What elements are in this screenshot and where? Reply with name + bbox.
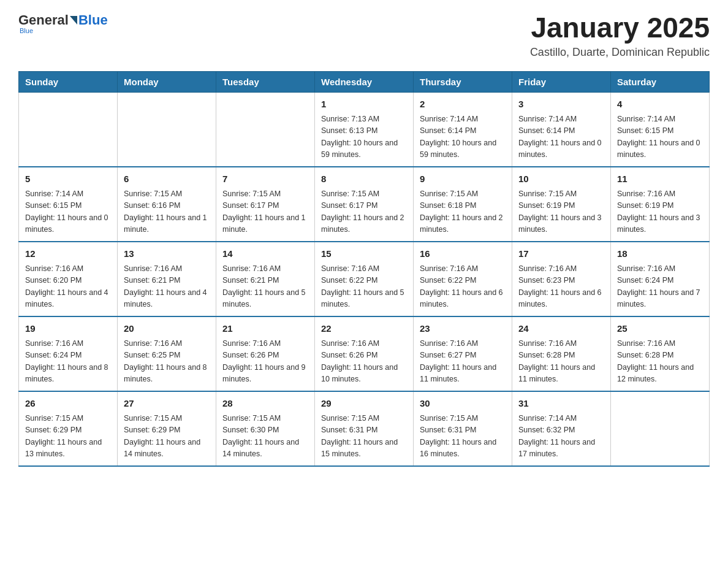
- day-info: Sunrise: 7:15 AM Sunset: 6:17 PM Dayligh…: [222, 188, 308, 236]
- day-number: 16: [420, 247, 506, 261]
- table-row: 5Sunrise: 7:14 AM Sunset: 6:15 PM Daylig…: [19, 167, 118, 242]
- table-row: [19, 92, 118, 167]
- table-row: 19Sunrise: 7:16 AM Sunset: 6:24 PM Dayli…: [19, 316, 118, 391]
- day-number: 25: [617, 322, 703, 336]
- table-row: 8Sunrise: 7:15 AM Sunset: 6:17 PM Daylig…: [315, 167, 414, 242]
- day-info: Sunrise: 7:16 AM Sunset: 6:23 PM Dayligh…: [518, 263, 604, 311]
- day-info: Sunrise: 7:16 AM Sunset: 6:26 PM Dayligh…: [321, 338, 407, 386]
- day-info: Sunrise: 7:15 AM Sunset: 6:19 PM Dayligh…: [518, 188, 604, 236]
- day-number: 27: [124, 397, 210, 411]
- day-number: 9: [420, 172, 506, 186]
- day-info: Sunrise: 7:16 AM Sunset: 6:21 PM Dayligh…: [124, 263, 210, 311]
- table-row: 14Sunrise: 7:16 AM Sunset: 6:21 PM Dayli…: [216, 242, 315, 316]
- table-row: 3Sunrise: 7:14 AM Sunset: 6:14 PM Daylig…: [512, 92, 611, 167]
- table-row: 11Sunrise: 7:16 AM Sunset: 6:19 PM Dayli…: [611, 167, 710, 242]
- logo-arrow-icon: [70, 16, 77, 25]
- col-sunday: Sunday: [19, 71, 118, 92]
- day-number: 3: [518, 98, 604, 112]
- day-info: Sunrise: 7:14 AM Sunset: 6:14 PM Dayligh…: [420, 113, 506, 161]
- table-row: [216, 92, 315, 167]
- day-number: 6: [124, 172, 210, 186]
- day-number: 29: [321, 397, 407, 411]
- day-info: Sunrise: 7:14 AM Sunset: 6:15 PM Dayligh…: [617, 113, 703, 161]
- main-title: January 2025: [530, 12, 710, 44]
- day-info: Sunrise: 7:16 AM Sunset: 6:26 PM Dayligh…: [222, 338, 308, 386]
- table-row: 17Sunrise: 7:16 AM Sunset: 6:23 PM Dayli…: [512, 242, 611, 316]
- day-number: 10: [518, 172, 604, 186]
- table-row: 28Sunrise: 7:15 AM Sunset: 6:30 PM Dayli…: [216, 391, 315, 466]
- subtitle: Castillo, Duarte, Dominican Republic: [530, 46, 710, 59]
- day-number: 1: [321, 98, 407, 112]
- day-info: Sunrise: 7:14 AM Sunset: 6:14 PM Dayligh…: [518, 113, 604, 161]
- table-row: 23Sunrise: 7:16 AM Sunset: 6:27 PM Dayli…: [414, 316, 512, 391]
- table-row: 30Sunrise: 7:15 AM Sunset: 6:31 PM Dayli…: [414, 391, 512, 466]
- logo-general: General: [18, 12, 69, 28]
- day-info: Sunrise: 7:16 AM Sunset: 6:24 PM Dayligh…: [617, 263, 703, 311]
- day-info: Sunrise: 7:14 AM Sunset: 6:15 PM Dayligh…: [25, 188, 111, 236]
- day-number: 17: [518, 247, 604, 261]
- day-number: 28: [222, 397, 308, 411]
- day-info: Sunrise: 7:16 AM Sunset: 6:22 PM Dayligh…: [321, 263, 407, 311]
- table-row: 13Sunrise: 7:16 AM Sunset: 6:21 PM Dayli…: [118, 242, 216, 316]
- calendar-week-row: 19Sunrise: 7:16 AM Sunset: 6:24 PM Dayli…: [19, 316, 710, 391]
- day-info: Sunrise: 7:16 AM Sunset: 6:28 PM Dayligh…: [617, 338, 703, 386]
- calendar-week-row: 26Sunrise: 7:15 AM Sunset: 6:29 PM Dayli…: [19, 391, 710, 466]
- day-info: Sunrise: 7:16 AM Sunset: 6:21 PM Dayligh…: [222, 263, 308, 311]
- day-number: 23: [420, 322, 506, 336]
- table-row: 16Sunrise: 7:16 AM Sunset: 6:22 PM Dayli…: [414, 242, 512, 316]
- logo-text: General Blue: [18, 12, 108, 28]
- day-number: 2: [420, 98, 506, 112]
- col-thursday: Thursday: [414, 71, 512, 92]
- title-block: January 2025 Castillo, Duarte, Dominican…: [530, 12, 710, 59]
- day-number: 18: [617, 247, 703, 261]
- day-info: Sunrise: 7:16 AM Sunset: 6:25 PM Dayligh…: [124, 338, 210, 386]
- day-info: Sunrise: 7:15 AM Sunset: 6:16 PM Dayligh…: [124, 188, 210, 236]
- table-row: 31Sunrise: 7:14 AM Sunset: 6:32 PM Dayli…: [512, 391, 611, 466]
- day-info: Sunrise: 7:13 AM Sunset: 6:13 PM Dayligh…: [321, 113, 407, 161]
- day-info: Sunrise: 7:16 AM Sunset: 6:22 PM Dayligh…: [420, 263, 506, 311]
- day-info: Sunrise: 7:15 AM Sunset: 6:29 PM Dayligh…: [124, 413, 210, 461]
- day-number: 7: [222, 172, 308, 186]
- table-row: 2Sunrise: 7:14 AM Sunset: 6:14 PM Daylig…: [414, 92, 512, 167]
- day-info: Sunrise: 7:16 AM Sunset: 6:28 PM Dayligh…: [518, 338, 604, 386]
- table-row: 9Sunrise: 7:15 AM Sunset: 6:18 PM Daylig…: [414, 167, 512, 242]
- day-number: 11: [617, 172, 703, 186]
- day-info: Sunrise: 7:15 AM Sunset: 6:31 PM Dayligh…: [420, 413, 506, 461]
- table-row: 6Sunrise: 7:15 AM Sunset: 6:16 PM Daylig…: [118, 167, 216, 242]
- day-info: Sunrise: 7:14 AM Sunset: 6:32 PM Dayligh…: [518, 413, 604, 461]
- calendar-week-row: 1Sunrise: 7:13 AM Sunset: 6:13 PM Daylig…: [19, 92, 710, 167]
- day-number: 4: [617, 98, 703, 112]
- table-row: 29Sunrise: 7:15 AM Sunset: 6:31 PM Dayli…: [315, 391, 414, 466]
- logo-underline: Blue: [20, 27, 33, 34]
- day-info: Sunrise: 7:15 AM Sunset: 6:17 PM Dayligh…: [321, 188, 407, 236]
- day-number: 31: [518, 397, 604, 411]
- col-wednesday: Wednesday: [315, 71, 414, 92]
- col-saturday: Saturday: [611, 71, 710, 92]
- day-info: Sunrise: 7:15 AM Sunset: 6:30 PM Dayligh…: [222, 413, 308, 461]
- table-row: 24Sunrise: 7:16 AM Sunset: 6:28 PM Dayli…: [512, 316, 611, 391]
- day-number: 26: [25, 397, 111, 411]
- day-number: 13: [124, 247, 210, 261]
- day-info: Sunrise: 7:16 AM Sunset: 6:20 PM Dayligh…: [25, 263, 111, 311]
- table-row: 21Sunrise: 7:16 AM Sunset: 6:26 PM Dayli…: [216, 316, 315, 391]
- day-number: 8: [321, 172, 407, 186]
- col-friday: Friday: [512, 71, 611, 92]
- calendar-week-row: 5Sunrise: 7:14 AM Sunset: 6:15 PM Daylig…: [19, 167, 710, 242]
- day-number: 12: [25, 247, 111, 261]
- table-row: 10Sunrise: 7:15 AM Sunset: 6:19 PM Dayli…: [512, 167, 611, 242]
- page-header: General Blue Blue January 2025 Castillo,…: [18, 12, 710, 59]
- day-number: 15: [321, 247, 407, 261]
- table-row: 27Sunrise: 7:15 AM Sunset: 6:29 PM Dayli…: [118, 391, 216, 466]
- col-monday: Monday: [118, 71, 216, 92]
- logo-blue: Blue: [78, 12, 108, 28]
- day-number: 22: [321, 322, 407, 336]
- table-row: 22Sunrise: 7:16 AM Sunset: 6:26 PM Dayli…: [315, 316, 414, 391]
- day-number: 14: [222, 247, 308, 261]
- table-row: 18Sunrise: 7:16 AM Sunset: 6:24 PM Dayli…: [611, 242, 710, 316]
- day-info: Sunrise: 7:16 AM Sunset: 6:19 PM Dayligh…: [617, 188, 703, 236]
- table-row: 12Sunrise: 7:16 AM Sunset: 6:20 PM Dayli…: [19, 242, 118, 316]
- calendar-week-row: 12Sunrise: 7:16 AM Sunset: 6:20 PM Dayli…: [19, 242, 710, 316]
- col-tuesday: Tuesday: [216, 71, 315, 92]
- table-row: 1Sunrise: 7:13 AM Sunset: 6:13 PM Daylig…: [315, 92, 414, 167]
- table-row: 26Sunrise: 7:15 AM Sunset: 6:29 PM Dayli…: [19, 391, 118, 466]
